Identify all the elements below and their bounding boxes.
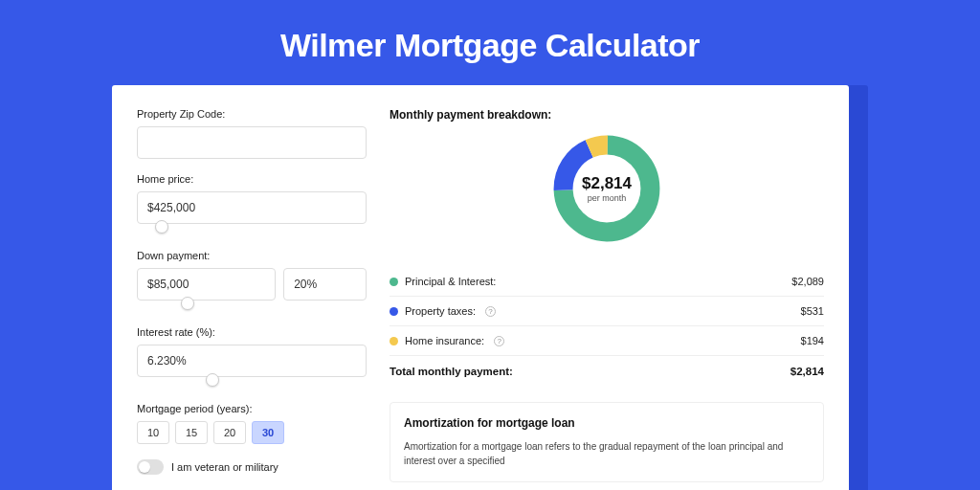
donut-sub: per month — [588, 193, 627, 203]
dot-icon — [390, 337, 398, 345]
slider-thumb-icon[interactable] — [181, 297, 194, 310]
zip-input[interactable] — [137, 126, 367, 159]
down-payment-label: Down payment: — [137, 250, 367, 261]
period-10-button[interactable]: 10 — [137, 421, 169, 444]
down-payment-pct-input[interactable] — [283, 268, 367, 301]
legend-taxes-row: Property taxes: ? $531 — [390, 297, 824, 326]
legend-insurance-row: Home insurance: ? $194 — [390, 326, 824, 356]
calculator-card: Property Zip Code: Home price: Down paym… — [112, 85, 849, 490]
down-payment-slider[interactable] — [137, 299, 367, 312]
inputs-column: Property Zip Code: Home price: Down paym… — [137, 108, 367, 482]
dot-icon — [390, 278, 398, 286]
home-price-slider[interactable] — [137, 222, 367, 235]
home-price-field: Home price: — [137, 173, 367, 235]
slider-thumb-icon[interactable] — [155, 220, 168, 234]
legend-insurance-label: Home insurance: — [405, 335, 484, 346]
dot-icon — [390, 307, 398, 316]
down-payment-input[interactable] — [137, 268, 276, 301]
veteran-row: I am veteran or military — [137, 459, 367, 475]
card-shadow: Property Zip Code: Home price: Down paym… — [112, 85, 868, 490]
legend-principal-value: $2,089 — [791, 276, 824, 287]
breakdown-title: Monthly payment breakdown: — [390, 108, 824, 122]
period-15-button[interactable]: 15 — [175, 421, 208, 444]
home-price-input[interactable] — [137, 191, 367, 224]
amortization-card: Amortization for mortgage loan Amortizat… — [390, 402, 824, 482]
interest-slider[interactable] — [137, 375, 367, 389]
legend-insurance-value: $194 — [801, 335, 824, 346]
period-20-button[interactable]: 20 — [213, 421, 246, 444]
donut-chart: $2,814 per month — [549, 131, 664, 246]
legend-principal-row: Principal & Interest: $2,089 — [390, 267, 824, 297]
legend-principal-label: Principal & Interest: — [405, 276, 496, 287]
help-icon[interactable]: ? — [494, 336, 504, 346]
breakdown-column: Monthly payment breakdown: $2,814 per mo… — [390, 108, 824, 482]
interest-label: Interest rate (%): — [137, 326, 367, 338]
home-price-label: Home price: — [137, 173, 367, 185]
total-value: $2,814 — [791, 366, 824, 377]
donut-chart-wrap: $2,814 per month — [390, 131, 824, 246]
help-icon[interactable]: ? — [485, 306, 496, 317]
veteran-toggle[interactable] — [137, 459, 164, 475]
period-field: Mortgage period (years): 10 15 20 30 — [137, 403, 367, 444]
page-title: Wilmer Mortgage Calculator — [0, 0, 980, 85]
interest-field: Interest rate (%): — [137, 326, 367, 389]
legend-taxes-value: $531 — [801, 305, 824, 317]
donut-center: $2,814 per month — [549, 131, 664, 246]
total-label: Total monthly payment: — [390, 366, 513, 377]
period-label: Mortgage period (years): — [137, 403, 367, 414]
amortization-body: Amortization for a mortgage loan refers … — [404, 439, 810, 468]
legend-taxes-label: Property taxes: — [405, 305, 476, 317]
zip-label: Property Zip Code: — [137, 108, 367, 120]
total-row: Total monthly payment: $2,814 — [390, 356, 824, 387]
period-30-button[interactable]: 30 — [252, 421, 284, 444]
slider-thumb-icon[interactable] — [206, 373, 219, 387]
toggle-knob-icon — [139, 461, 150, 473]
donut-value: $2,814 — [582, 174, 632, 193]
interest-input[interactable] — [137, 345, 367, 377]
veteran-label: I am veteran or military — [171, 461, 278, 473]
zip-field: Property Zip Code: — [137, 108, 367, 159]
period-options: 10 15 20 30 — [137, 421, 367, 444]
down-payment-field: Down payment: — [137, 250, 367, 312]
amortization-title: Amortization for mortgage loan — [404, 416, 810, 430]
